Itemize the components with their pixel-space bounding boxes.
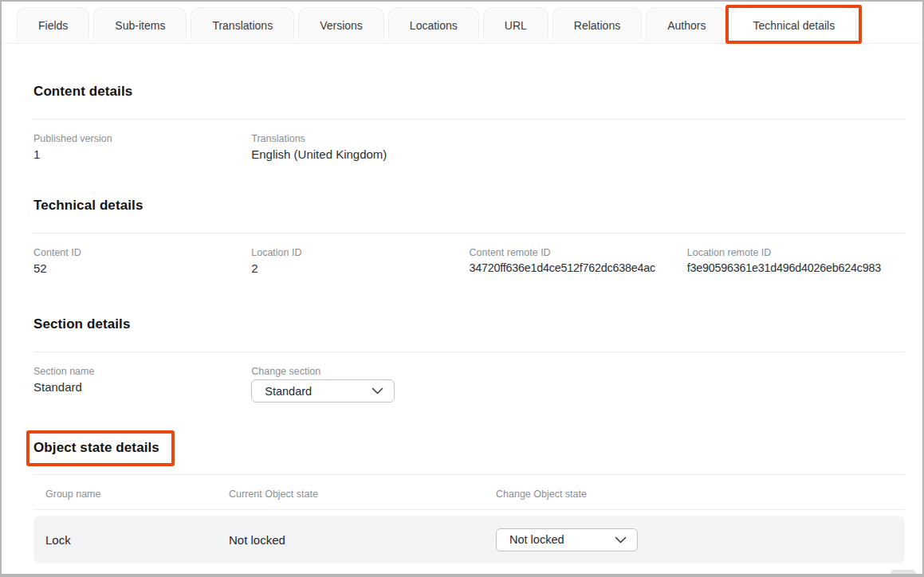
section-details-heading: Section details: [33, 316, 905, 332]
tab-label: Versions: [320, 19, 363, 32]
field-label: Location ID: [251, 247, 469, 258]
field-value: 1: [33, 147, 251, 161]
cell-group-name: Lock: [45, 533, 229, 547]
tab-label: URL: [505, 19, 527, 32]
field-value: 2: [251, 261, 469, 275]
selected-option: Standard: [265, 385, 312, 398]
section-details-fields: Section name Standard Change section Sta…: [33, 352, 905, 402]
cell-current-object-state: Not locked: [229, 533, 496, 547]
scroll-edge-artifact: [891, 570, 916, 575]
tab-fields[interactable]: Fields: [17, 7, 89, 43]
field-label: Section name: [33, 366, 251, 377]
tab-bar: Fields Sub-items Translations Versions L…: [2, 2, 922, 44]
tab-content: Content details Published version 1 Tran…: [2, 84, 922, 563]
table-header-row: Group name Current Object state Change O…: [33, 475, 905, 509]
tab-label: Translations: [212, 19, 273, 32]
field-translations: Translations English (United Kingdom): [251, 120, 469, 161]
field-label: Location remote ID: [687, 247, 905, 258]
field-content-remote-id: Content remote ID 34720ff636e1d4ce512f76…: [470, 234, 687, 275]
field-label: Content remote ID: [470, 247, 687, 258]
chevron-down-icon: [615, 536, 627, 544]
field-location-remote-id: Location remote ID f3e90596361e31d496d40…: [687, 234, 905, 275]
tab-locations[interactable]: Locations: [388, 7, 479, 43]
technical-details-fields: Content ID 52 Location ID 2 Content remo…: [33, 234, 905, 275]
field-change-section: Change section Standard: [251, 352, 469, 402]
object-state-details-heading: Object state details: [33, 440, 159, 456]
tab-translations[interactable]: Translations: [191, 7, 294, 43]
field-label: Content ID: [33, 247, 251, 258]
field-value: Standard: [33, 380, 251, 394]
content-details-heading: Content details: [33, 84, 905, 100]
field-label: Change section: [251, 366, 469, 377]
object-state-table: Group name Current Object state Change O…: [33, 475, 905, 563]
technical-details-page: Fields Sub-items Translations Versions L…: [0, 0, 924, 577]
tab-label: Fields: [38, 19, 68, 32]
field-label: Translations: [251, 133, 469, 144]
tab-label: Relations: [574, 19, 620, 32]
content-details-fields: Published version 1 Translations English…: [33, 120, 905, 161]
field-published-version: Published version 1: [33, 120, 251, 161]
technical-details-heading: Technical details: [33, 198, 905, 214]
tab-label: Technical details: [753, 19, 835, 32]
selected-option: Not locked: [509, 533, 564, 546]
tab-authors[interactable]: Authors: [646, 7, 727, 43]
field-section-name: Section name Standard: [33, 352, 251, 402]
field-label: Published version: [33, 133, 251, 144]
change-section-select[interactable]: Standard: [251, 379, 395, 402]
table-row: Lock Not locked Not locked: [33, 516, 905, 563]
tab-label: Locations: [410, 19, 458, 32]
field-value: English (United Kingdom): [251, 147, 469, 161]
divider: [33, 509, 905, 510]
column-header-change-object-state: Change Object state: [496, 475, 905, 509]
tab-relations[interactable]: Relations: [552, 7, 642, 43]
field-value: f3e90596361e31d496d4026eb624c983: [687, 261, 905, 274]
field-value: 34720ff636e1d4ce512f762dc638e4ac: [470, 261, 687, 274]
tab-url[interactable]: URL: [483, 7, 549, 43]
field-value: 52: [33, 261, 251, 275]
tab-versions[interactable]: Versions: [298, 7, 384, 43]
column-header-current-object-state: Current Object state: [229, 475, 496, 509]
tab-label: Authors: [667, 19, 706, 32]
tab-technical-details[interactable]: Technical details: [731, 7, 856, 43]
field-content-id: Content ID 52: [33, 234, 251, 275]
chevron-down-icon: [372, 387, 383, 394]
change-object-state-select[interactable]: Not locked: [496, 528, 638, 551]
column-header-group-name: Group name: [45, 475, 229, 509]
tab-label: Sub-items: [115, 19, 165, 32]
annotation-highlight-box: Object state details: [26, 430, 175, 466]
tab-sub-items[interactable]: Sub-items: [93, 7, 187, 43]
field-location-id: Location ID 2: [251, 234, 469, 275]
